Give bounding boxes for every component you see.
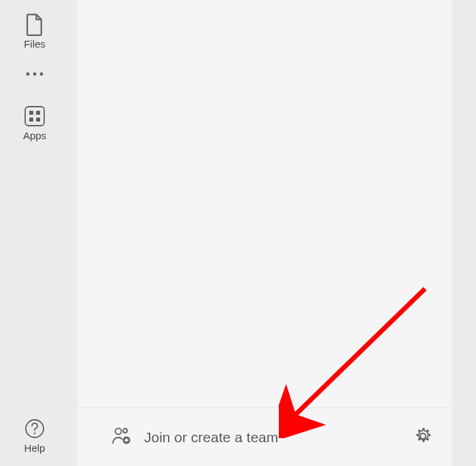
apps-label: Apps bbox=[23, 130, 46, 141]
svg-point-11 bbox=[123, 429, 127, 433]
content-main bbox=[78, 0, 452, 408]
help-icon bbox=[22, 416, 47, 441]
help-label: Help bbox=[24, 442, 46, 454]
svg-point-0 bbox=[27, 73, 30, 76]
app-layout: Files Apps bbox=[0, 0, 476, 466]
gear-icon bbox=[413, 427, 432, 448]
sidebar: Files Apps bbox=[0, 0, 69, 466]
sidebar-item-more[interactable] bbox=[0, 55, 69, 98]
svg-rect-3 bbox=[25, 107, 44, 126]
sidebar-item-apps[interactable]: Apps bbox=[0, 98, 69, 147]
more-icon bbox=[24, 67, 45, 79]
svg-point-10 bbox=[116, 428, 122, 434]
sidebar-item-files[interactable]: Files bbox=[0, 7, 69, 55]
join-team-label: Join or create a team bbox=[144, 429, 278, 446]
content-wrapper: Join or create a team bbox=[69, 0, 476, 466]
apps-icon bbox=[22, 104, 47, 128]
sidebar-item-help[interactable]: Help bbox=[0, 411, 69, 466]
join-create-team-button[interactable]: Join or create a team bbox=[112, 427, 409, 448]
svg-point-2 bbox=[40, 73, 44, 76]
files-label: Files bbox=[24, 38, 46, 50]
people-add-icon bbox=[112, 427, 132, 448]
content-panel: Join or create a team bbox=[78, 0, 452, 466]
svg-rect-4 bbox=[29, 111, 33, 115]
svg-rect-6 bbox=[29, 118, 33, 122]
settings-button[interactable] bbox=[409, 423, 437, 452]
svg-point-9 bbox=[34, 433, 36, 435]
svg-rect-5 bbox=[36, 111, 40, 115]
bottom-bar: Join or create a team bbox=[78, 408, 452, 466]
svg-point-13 bbox=[420, 433, 426, 439]
svg-rect-7 bbox=[36, 118, 40, 122]
svg-point-1 bbox=[33, 73, 37, 76]
file-icon bbox=[22, 12, 47, 37]
